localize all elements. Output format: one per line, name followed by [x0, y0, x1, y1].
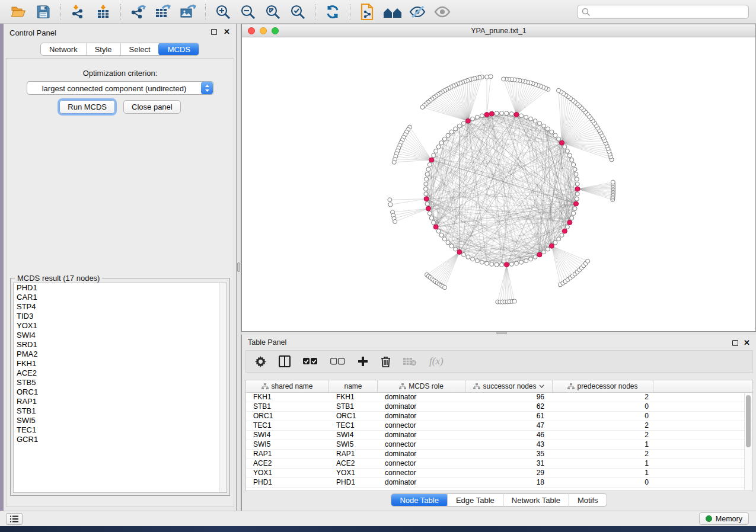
mcds-list-scrollbar[interactable] [219, 283, 227, 492]
create-column-icon[interactable] [358, 354, 368, 368]
column-header-successor-nodes[interactable]: successor nodes [465, 380, 553, 392]
control-panel-title: Control Panel [9, 28, 56, 37]
tab-style[interactable]: Style [86, 43, 120, 55]
mcds-result-item[interactable]: TEC1 [14, 425, 227, 435]
mcds-result-item[interactable]: PHD1 [14, 283, 227, 293]
export-network-icon[interactable] [128, 3, 148, 21]
close-panel-button[interactable]: Close panel [123, 100, 181, 114]
zoom-in-icon[interactable] [213, 3, 233, 21]
tab-mcds[interactable]: MCDS [158, 43, 199, 56]
save-session-icon[interactable] [33, 3, 53, 21]
split-panel-icon[interactable] [279, 354, 291, 368]
table-cell: ACE2 [329, 459, 378, 468]
mcds-result-item[interactable]: CAR1 [14, 293, 227, 302]
table-row[interactable]: ACE2ACE2connector311 [246, 459, 752, 469]
table-row[interactable]: TEC1TEC1connector472 [246, 421, 752, 431]
select-all-rows-icon[interactable] [303, 354, 318, 368]
import-network-icon[interactable] [68, 3, 88, 21]
mcds-result-list[interactable]: PHD1CAR1STP4TID3YOX1SWI4SRD1PMA2FKH1ACE2… [13, 283, 227, 493]
tab-node-table[interactable]: Node Table [391, 493, 448, 507]
table-row[interactable]: SWI5SWI5connector431 [246, 440, 752, 450]
zoom-fit-icon[interactable] [263, 3, 283, 21]
close-panel-icon[interactable]: ✕ [224, 27, 230, 36]
mcds-result-item[interactable]: STP4 [14, 302, 227, 312]
sort-descending-icon [539, 384, 544, 388]
show-panels-list-button[interactable] [6, 513, 23, 525]
mcds-result-item[interactable]: RAP1 [14, 397, 227, 406]
column-type-icon [399, 383, 406, 390]
vertical-splitter[interactable] [237, 24, 241, 511]
column-header-name[interactable]: name [329, 380, 378, 392]
tab-select[interactable]: Select [120, 43, 159, 55]
table-cell: SWI5 [246, 440, 329, 449]
zoom-out-icon[interactable] [238, 3, 258, 21]
table-row[interactable]: PHD1PHD1dominator180 [246, 478, 752, 488]
mcds-result-item[interactable]: SRD1 [14, 340, 227, 350]
mcds-result-item[interactable]: STB1 [14, 406, 227, 416]
mcds-result-title: MCDS result (17 nodes) [15, 274, 102, 283]
splitter-grip[interactable] [237, 262, 240, 272]
optimization-criterion-label: Optimization criterion: [7, 69, 234, 78]
mcds-result-item[interactable]: FKH1 [14, 359, 227, 368]
refresh-view-icon[interactable] [323, 3, 343, 21]
zoom-selected-icon[interactable] [288, 3, 308, 21]
mcds-result-item[interactable]: SWI4 [14, 331, 227, 340]
mcds-result-item[interactable]: SWI5 [14, 416, 227, 425]
run-mcds-button[interactable]: Run MCDS [59, 100, 115, 114]
mcds-result-item[interactable]: ACE2 [14, 368, 227, 378]
table-row[interactable]: SWI4SWI4dominator462 [246, 431, 752, 440]
float-panel-icon[interactable] [732, 340, 738, 346]
delete-column-icon[interactable] [381, 354, 391, 368]
mcds-result-item[interactable]: YOX1 [14, 321, 227, 331]
show-all-icon[interactable] [432, 3, 452, 21]
memory-button[interactable]: Memory [699, 512, 749, 525]
close-panel-icon[interactable]: ✕ [744, 338, 750, 347]
table-row[interactable]: RAP1RAP1dominator352 [246, 450, 752, 459]
table-cell: ACE2 [246, 459, 329, 468]
network-canvas[interactable] [242, 37, 755, 331]
float-panel-icon[interactable] [211, 29, 217, 35]
hide-selected-icon[interactable] [407, 3, 428, 21]
clone-network-icon[interactable] [358, 3, 378, 21]
search-box[interactable] [577, 5, 749, 19]
column-header-mcds-role[interactable]: MCDS role [378, 380, 465, 392]
import-table-icon[interactable] [93, 3, 113, 21]
tab-network[interactable]: Network [41, 43, 86, 55]
table-row[interactable]: YOX1YOX1connector291 [246, 469, 752, 478]
search-input[interactable] [591, 6, 748, 18]
criterion-dropdown[interactable]: largest connected component (undirected) [27, 81, 214, 95]
table-row[interactable]: ORC1ORC1dominator610 [246, 412, 752, 421]
table-cell: 31 [465, 459, 553, 468]
mcds-result-item[interactable]: GCR1 [14, 435, 227, 444]
table-scrollbar[interactable] [744, 393, 752, 490]
table-scrollbar-thumb[interactable] [746, 395, 751, 447]
table-cell: connector [378, 459, 465, 468]
deselect-all-rows-icon[interactable] [330, 354, 345, 368]
first-neighbors-icon[interactable] [382, 3, 403, 21]
tab-motifs[interactable]: Motifs [569, 494, 607, 506]
criterion-value: largest connected component (undirected) [27, 84, 201, 93]
table-cell: connector [378, 469, 465, 477]
column-label: shared name [271, 382, 312, 390]
mcds-result-item[interactable]: PMA2 [14, 350, 227, 359]
export-image-icon[interactable] [178, 3, 198, 21]
table-panel: Table Panel ✕ f(x) shared [241, 335, 756, 511]
column-header-shared-name[interactable]: shared name [246, 380, 329, 392]
mcds-result-item[interactable]: STB5 [14, 378, 227, 387]
mcds-result-item[interactable]: ORC1 [14, 387, 227, 397]
table-settings-icon[interactable] [255, 354, 266, 368]
mcds-result-item[interactable]: TID3 [14, 312, 227, 321]
export-table-icon[interactable] [153, 3, 173, 21]
table-row[interactable]: FKH1FKH1dominator962 [246, 393, 752, 402]
tab-network-table[interactable]: Network Table [503, 494, 569, 506]
table-cell: FKH1 [329, 393, 378, 402]
splitter-grip[interactable] [496, 332, 507, 334]
search-icon [582, 8, 591, 17]
memory-label: Memory [716, 515, 742, 523]
column-header-predecessor-nodes[interactable]: predecessor nodes [553, 380, 653, 392]
table-panel-header: Table Panel ✕ [242, 335, 756, 349]
mcds-result-groupbox: MCDS result (17 nodes) PHD1CAR1STP4TID3Y… [10, 278, 230, 496]
open-file-icon[interactable] [8, 3, 28, 21]
tab-edge-table[interactable]: Edge Table [447, 494, 503, 506]
table-row[interactable]: STB1STB1dominator620 [246, 402, 752, 412]
